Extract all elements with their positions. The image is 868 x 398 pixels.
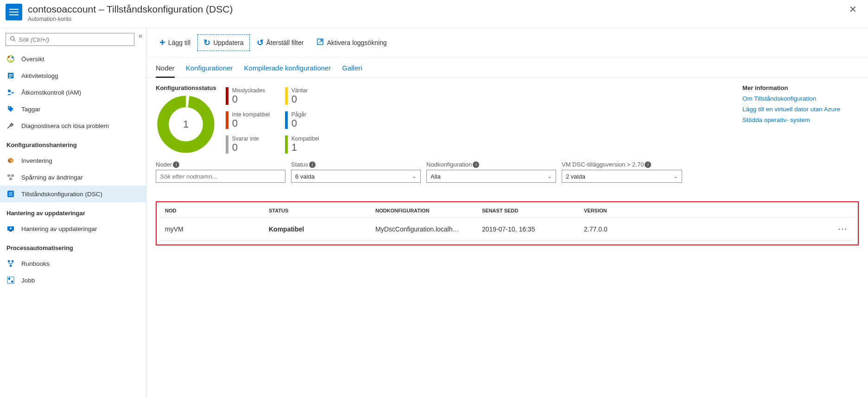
collapse-icon[interactable]: « <box>139 32 142 39</box>
info-link-addvm[interactable]: Lägg till en virtuell dator utan Azure <box>742 106 840 113</box>
tabs: Noder Konfigurationer Kompilerade konfig… <box>146 58 868 78</box>
tab-gallery[interactable]: Galleri <box>342 59 362 77</box>
filter-nodeconf-select[interactable]: Alla⌄ <box>426 170 556 183</box>
filter-nodes-label: Noder <box>156 161 172 168</box>
chevron-down-icon: ⌄ <box>673 173 678 180</box>
sidebar-item-label: Översikt <box>21 56 44 63</box>
search-icon <box>10 36 16 43</box>
nav-group-config: Konfigurationshantering <box>0 134 146 152</box>
info-icon[interactable]: i <box>173 161 179 168</box>
info-link-os[interactable]: Stödda operativ- system <box>742 116 840 123</box>
info-icon[interactable]: i <box>309 161 316 168</box>
sidebar-item-label: Inventering <box>21 157 52 164</box>
cell-conf: MyDscConfiguration.localh… <box>375 225 482 233</box>
filter-version-select[interactable]: 2 valda⌄ <box>562 170 682 183</box>
reset-label: Återställ filter <box>266 39 304 46</box>
sidebar-item-label: Diagnostisera och lösa problem <box>21 122 109 129</box>
node-search-input[interactable] <box>160 173 281 180</box>
stat-compat: Kompatibel1 <box>285 135 336 153</box>
table-header: NOD STATUS NODKONFIGURATION SENAST SEDD … <box>160 204 854 218</box>
filter-version-label: VM DSC-tilläggsversion > 2.70 <box>562 161 644 168</box>
stat-inprog: Pågår0 <box>285 111 336 129</box>
sidebar-item-jobs[interactable]: Jobb <box>0 272 146 289</box>
svg-point-4 <box>12 57 13 58</box>
svg-rect-16 <box>9 178 12 180</box>
col-conf[interactable]: NODKONFIGURATION <box>375 208 482 213</box>
filters-row: Noderi Statusi 6 valda⌄ Nodkonfiguration… <box>156 161 859 183</box>
runbooks-icon <box>6 259 15 268</box>
sidebar-item-label: Hantering av uppdateringar <box>21 225 97 232</box>
dsc-icon <box>6 4 22 20</box>
row-actions-icon[interactable]: ··· <box>834 224 852 234</box>
info-icon[interactable]: i <box>645 161 651 168</box>
col-status[interactable]: STATUS <box>269 208 375 213</box>
chevron-down-icon: ⌄ <box>412 173 417 180</box>
more-info: Mer information Om Tillståndskonfigurati… <box>742 84 859 127</box>
svg-rect-19 <box>9 231 12 231</box>
sidebar-item-label: Åtkomstkontroll (IAM) <box>21 89 81 96</box>
sidebar-item-label: Aktivitetslogg <box>21 72 58 79</box>
svg-rect-21 <box>12 260 13 262</box>
sidebar-item-updates[interactable]: Hantering av uppdateringar <box>0 220 146 237</box>
close-icon[interactable]: ✕ <box>845 4 861 15</box>
stat-notcompat: Inte kompatibel0 <box>226 111 277 129</box>
svg-point-12 <box>9 107 10 108</box>
add-button[interactable]: + Lägg till <box>154 34 196 51</box>
diagnose-icon <box>6 122 15 130</box>
svg-point-5 <box>10 60 12 62</box>
col-seen[interactable]: SENAST SEDD <box>482 208 584 213</box>
search-input[interactable] <box>19 36 130 43</box>
col-ver[interactable]: VERSION <box>584 208 834 213</box>
reset-icon: ↺ <box>257 38 264 48</box>
plus-icon: + <box>159 37 165 49</box>
add-label: Lägg till <box>168 39 190 46</box>
stat-noresp: Svarar inte0 <box>226 135 277 153</box>
tab-configurations[interactable]: Konfigurationer <box>186 59 233 77</box>
updates-icon <box>6 225 15 233</box>
sidebar-item-overview[interactable]: Översikt <box>0 51 146 67</box>
cell-ver: 2.77.0.0 <box>584 225 834 233</box>
info-title: Mer information <box>742 84 840 91</box>
svg-point-10 <box>8 90 11 92</box>
activate-label: Aktivera loggsökning <box>327 39 386 46</box>
nav-group-process: Processautomatisering <box>0 237 146 255</box>
sidebar-search[interactable] <box>6 33 134 46</box>
status-grid: Misslyckades0 Väntar0 Inte kompatibel0 P… <box>226 84 336 154</box>
col-node[interactable]: NOD <box>162 208 269 213</box>
tab-compiled[interactable]: Kompilerade konfigurationer <box>244 59 331 77</box>
sidebar-item-inventory[interactable]: Inventering <box>0 152 146 169</box>
activate-log-button[interactable]: Aktivera loggsökning <box>311 35 392 51</box>
svg-rect-8 <box>9 76 13 77</box>
svg-rect-22 <box>10 265 12 267</box>
stat-failed: Misslyckades0 <box>226 87 277 105</box>
inventory-icon <box>6 156 15 165</box>
svg-rect-24 <box>8 278 10 280</box>
filter-nodeconf-label: Nodkonfiguration <box>426 161 472 168</box>
filter-nodes-search[interactable] <box>156 170 285 183</box>
sidebar-item-runbooks[interactable]: Runbooks <box>0 255 146 272</box>
svg-point-3 <box>8 56 10 58</box>
sidebar-item-label: Tillståndskonfiguration (DSC) <box>21 191 102 198</box>
info-icon[interactable]: i <box>473 161 479 168</box>
sidebar-item-diagnose[interactable]: Diagnostisera och lösa problem <box>0 117 146 134</box>
donut-value: 1 <box>183 118 189 130</box>
reset-filter-button[interactable]: ↺ Återställ filter <box>251 35 310 51</box>
refresh-button[interactable]: ↻ Uppdatera <box>198 35 249 51</box>
external-icon <box>317 38 324 48</box>
sidebar-item-tags[interactable]: Taggar <box>0 101 146 117</box>
toolbar: + Lägg till ↻ Uppdatera ↺ Återställ filt… <box>146 28 868 58</box>
sidebar-item-dsc[interactable]: Tillståndskonfiguration (DSC) <box>0 186 146 202</box>
table-row[interactable]: myVM Kompatibel MyDscConfiguration.local… <box>160 218 854 241</box>
activitylog-icon <box>6 71 15 80</box>
filter-status-select[interactable]: 6 valda⌄ <box>291 170 421 183</box>
status-donut-chart: 1 <box>156 94 216 154</box>
sidebar: « Översikt Aktivitetslogg Åtkomstkontrol… <box>0 28 146 398</box>
sidebar-item-activitylog[interactable]: Aktivitetslogg <box>0 67 146 84</box>
info-link-about[interactable]: Om Tillståndskonfiguration <box>742 95 840 102</box>
sidebar-item-changetracking[interactable]: Spårning av ändringar <box>0 169 146 186</box>
dsc-nav-icon <box>6 190 15 198</box>
svg-rect-15 <box>11 174 14 177</box>
sidebar-item-label: Taggar <box>21 106 40 113</box>
sidebar-item-iam[interactable]: Åtkomstkontroll (IAM) <box>0 84 146 101</box>
tab-nodes[interactable]: Noder <box>156 59 175 78</box>
